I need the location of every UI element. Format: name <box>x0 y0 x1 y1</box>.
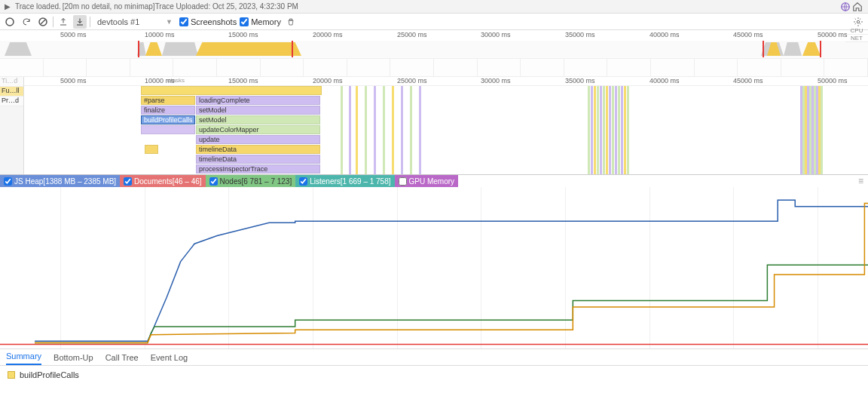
screenshot-thumb[interactable] <box>261 59 304 76</box>
screenshot-thumb[interactable] <box>607 59 651 76</box>
flame-sliver[interactable] <box>591 86 593 174</box>
home-icon[interactable] <box>851 1 863 13</box>
flame-block[interactable]: timelineData <box>196 145 320 154</box>
flame-block[interactable]: #parse <box>141 96 195 105</box>
legend-documents[interactable]: Documents[46 – 46] <box>120 175 206 187</box>
flame-sliver[interactable] <box>356 86 358 174</box>
flame-sliver[interactable] <box>410 86 412 174</box>
screenshot-thumb[interactable] <box>781 59 825 76</box>
task-block[interactable] <box>141 86 322 95</box>
screenshot-thumb[interactable] <box>217 59 261 76</box>
flame-sliver[interactable] <box>383 86 385 174</box>
flame-sliver[interactable] <box>612 86 614 174</box>
summary-name: buildProfileCalls <box>20 370 79 379</box>
screenshot-thumb[interactable] <box>130 59 174 76</box>
screenshot-thumb[interactable] <box>695 59 738 76</box>
screenshots-checkbox[interactable]: Screenshots <box>179 17 237 26</box>
screenshot-thumb[interactable] <box>0 59 44 76</box>
screenshot-thumb[interactable] <box>390 59 434 76</box>
screenshot-thumb[interactable] <box>173 59 217 76</box>
flame-block[interactable]: processInspectorTrace <box>196 164 320 173</box>
screenshot-thumb[interactable] <box>87 59 130 76</box>
screenshot-thumb[interactable] <box>651 59 695 76</box>
flame-sliver[interactable] <box>621 86 623 174</box>
flame-sliver[interactable] <box>597 86 599 174</box>
svg-point-1 <box>6 18 14 26</box>
tab-bottomup[interactable]: Bottom-Up <box>53 350 93 365</box>
flame-block[interactable]: timelineData <box>196 155 320 164</box>
trace-uploaded: Trace Uploaded: Oct 25, 2023, 4:32:30 PM <box>155 2 298 11</box>
flame-sliver[interactable] <box>588 86 590 174</box>
flame-block[interactable]: update <box>196 135 320 144</box>
flame-sliver[interactable] <box>603 86 605 174</box>
screenshot-thumb[interactable] <box>44 59 87 76</box>
screenshot-thumb[interactable] <box>521 59 564 76</box>
flame-chart[interactable]: Ti…d Fu…ll Pr…d otasks 5000 ms10000 ms15… <box>0 77 868 175</box>
memory-chart[interactable] <box>0 187 868 349</box>
flame-block[interactable]: loadingComplete <box>196 96 320 105</box>
download-button[interactable] <box>73 15 87 29</box>
gc-button[interactable] <box>284 15 298 29</box>
flame-sliver[interactable] <box>401 86 403 174</box>
ruler-tick: 10000 ms <box>145 77 175 84</box>
flame-sliver[interactable] <box>374 86 376 174</box>
legend-listeners[interactable]: Listeners[1 669 – 1 758] <box>295 175 394 187</box>
screenshot-thumb[interactable] <box>738 59 781 76</box>
screenshot-thumb[interactable] <box>824 59 868 76</box>
flame-sliver[interactable] <box>594 86 596 174</box>
flame-block[interactable]: setModel <box>196 106 320 115</box>
flame-block[interactable]: finalize <box>141 106 195 115</box>
settings-icon[interactable] <box>851 15 865 29</box>
flame-block[interactable]: setModel <box>196 115 320 124</box>
tab-calltree[interactable]: Call Tree <box>105 350 139 365</box>
screenshot-strip[interactable] <box>0 59 868 77</box>
screenshot-thumb[interactable] <box>434 59 478 76</box>
screenshot-thumb[interactable] <box>347 59 391 76</box>
legend-gpu[interactable]: GPU Memory <box>395 175 459 187</box>
ruler-tick: 45000 ms <box>733 77 763 84</box>
play-icon[interactable]: ▶ <box>5 2 11 11</box>
flame-sliver[interactable] <box>606 86 608 174</box>
flame-sliver[interactable] <box>618 86 620 174</box>
tab-summary[interactable]: Summary <box>6 348 41 365</box>
legend-menu-icon[interactable]: ≡ <box>858 176 863 186</box>
ruler-tick: 40000 ms <box>649 31 680 38</box>
flame-sliver[interactable] <box>349 86 351 174</box>
flame-block-selected[interactable]: buildProfileCalls <box>141 115 195 124</box>
flame-sliver[interactable] <box>365 86 367 174</box>
flame-sliver[interactable] <box>419 86 421 174</box>
overview-timeline[interactable] <box>0 41 868 59</box>
memory-checkbox[interactable]: Memory <box>240 17 281 26</box>
tab-eventlog[interactable]: Event Log <box>151 350 188 365</box>
flame-sliver[interactable] <box>821 86 823 174</box>
flame-sliver[interactable] <box>392 86 394 174</box>
reload-button[interactable] <box>20 15 33 29</box>
legend-nodes[interactable]: Nodes[6 781 – 7 123] <box>206 175 296 187</box>
web-icon[interactable] <box>839 1 851 13</box>
screenshot-thumb[interactable] <box>478 59 521 76</box>
flame-sliver[interactable] <box>624 86 626 174</box>
flame-sliver[interactable] <box>609 86 611 174</box>
legend-jsheap[interactable]: JS Heap[1388 MB – 2385 MB] <box>0 175 120 187</box>
flame-sliver[interactable] <box>627 86 629 174</box>
flame-sliver[interactable] <box>600 86 602 174</box>
clear-button[interactable] <box>36 15 50 29</box>
flame-ruler: otasks 5000 ms10000 ms15000 ms20000 ms25… <box>24 77 868 86</box>
context-dropdown[interactable]: devtools #1 ▼ <box>93 17 176 27</box>
flame-block[interactable]: updateColorMapper <box>196 125 320 134</box>
ruler-tick: 25000 ms <box>397 77 427 84</box>
track-labels: Ti…d Fu…ll Pr…d <box>0 77 24 174</box>
flame-sliver[interactable] <box>341 86 343 174</box>
record-button[interactable] <box>3 15 17 29</box>
track-label[interactable]: Fu…ll <box>0 87 23 97</box>
upload-button[interactable] <box>57 15 70 29</box>
flame-sliver[interactable] <box>615 86 617 174</box>
track-label[interactable]: Ti…d <box>0 77 23 87</box>
ruler-tick: 35000 ms <box>565 31 595 38</box>
screenshot-thumb[interactable] <box>564 59 608 76</box>
track-label[interactable]: Pr…d <box>0 97 23 106</box>
svg-point-4 <box>857 20 860 23</box>
screenshot-thumb[interactable] <box>304 59 347 76</box>
flame-block[interactable] <box>145 145 158 154</box>
flame-block[interactable] <box>141 125 195 134</box>
